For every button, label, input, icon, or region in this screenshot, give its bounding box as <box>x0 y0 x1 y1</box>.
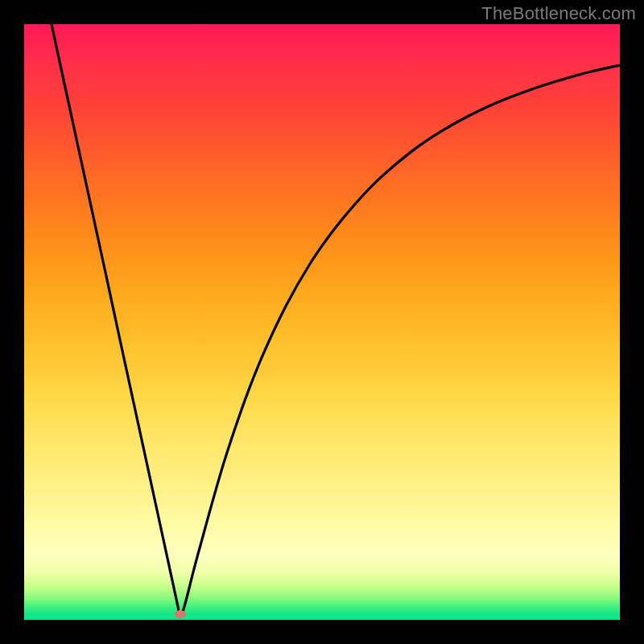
bottleneck-curve <box>24 24 620 620</box>
watermark: TheBottleneck.com <box>481 3 636 24</box>
plot-area <box>24 24 620 620</box>
optimum-marker <box>175 610 186 618</box>
chart-frame: TheBottleneck.com <box>0 0 644 644</box>
